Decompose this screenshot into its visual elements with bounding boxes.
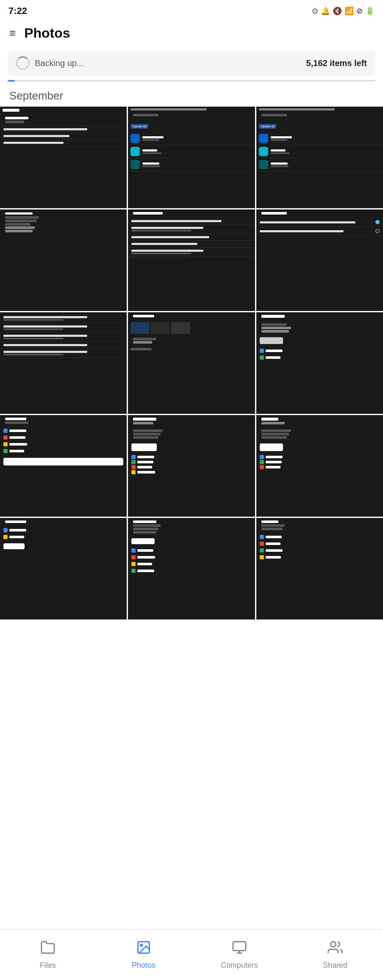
alarm-icon: 🔔 [321,6,330,16]
backup-spinner-icon [16,56,30,70]
photo-grid-row-1: Update all [0,107,383,208]
photo-cell-6[interactable] [256,209,383,311]
nav-label-shared: Shared [323,961,347,970]
svg-point-1 [141,944,143,947]
backup-left: Backing up... [16,56,84,70]
photos-icon [136,940,151,958]
photo-grid-row-3 [0,312,383,414]
folder-icon [40,940,56,958]
hamburger-menu-icon[interactable]: ≡ [9,27,16,40]
status-bar: 7:22 ⊙ 🔔 🔇 📶 ⊘ 🔋 [0,0,383,20]
photo-cell-13[interactable] [0,518,127,619]
backup-count: 5,162 items left [306,58,367,68]
nav-item-files[interactable]: Files [0,940,96,970]
photo-cell-10[interactable] [0,415,127,517]
nav-item-shared[interactable]: Shared [287,940,383,970]
photo-cell-14[interactable] [128,518,255,619]
photo-grid-row-2 [0,209,383,311]
photo-cell-11[interactable] [128,415,255,517]
svg-rect-2 [233,942,246,951]
svg-point-5 [331,942,336,947]
settings-icon: ⊘ [356,6,363,16]
nav-item-computers[interactable]: Computers [192,940,287,970]
page-title: Photos [24,25,70,41]
nav-label-files: Files [40,961,56,970]
nav-item-photos[interactable]: Photos [96,940,192,970]
photo-cell-12[interactable] [256,415,383,517]
bottom-nav: Files Photos Computers [0,929,383,980]
status-icons: ⊙ 🔔 🔇 📶 ⊘ 🔋 [312,6,375,16]
sync-icon: ⊙ [312,6,318,16]
photo-cell-4[interactable] [0,209,127,311]
battery-icon: 🔋 [365,6,375,16]
photo-cell-5[interactable] [128,209,255,311]
photo-grid-row-4 [0,415,383,517]
page-content: 7:22 ⊙ 🔔 🔇 📶 ⊘ 🔋 ≡ Photos Backing up... … [0,0,383,676]
mute-icon: 🔇 [333,6,342,16]
photo-cell-15[interactable] [256,518,383,619]
backup-text: Backing up... [35,58,84,68]
photo-cell-9[interactable] [256,312,383,414]
computer-icon [232,940,247,958]
shared-icon [327,940,343,958]
wifi-icon: 📶 [344,6,354,16]
section-label-september: September [0,82,383,107]
photo-cell-2[interactable]: Update all [128,107,255,208]
photo-grid-row-5 [0,518,383,619]
nav-label-computers: Computers [221,961,258,970]
backup-banner: Backing up... 5,162 items left [8,50,375,76]
header: ≡ Photos [0,20,383,46]
status-time: 7:22 [8,6,27,17]
photo-cell-8[interactable] [128,312,255,414]
photo-cell-3[interactable]: Update all [256,107,383,208]
photo-cell-1[interactable] [0,107,127,208]
nav-label-photos: Photos [132,961,155,970]
photo-cell-7[interactable] [0,312,127,414]
